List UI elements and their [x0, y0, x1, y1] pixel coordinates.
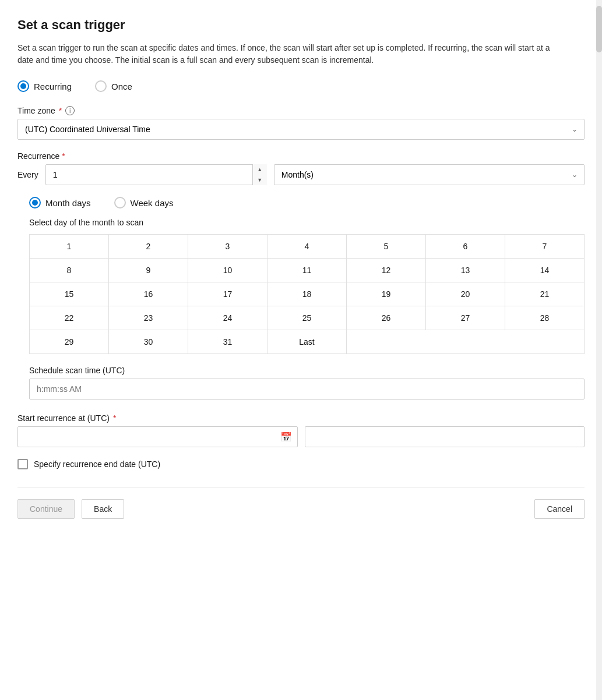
timezone-required: * — [59, 106, 62, 115]
recurrence-label: Recurrence — [17, 151, 59, 161]
calendar-day[interactable]: 29 — [30, 330, 109, 354]
schedule-time-wrapper — [29, 379, 585, 400]
month-days-option[interactable]: Month days — [29, 197, 91, 208]
every-input[interactable] — [45, 164, 267, 185]
start-recurrence-row: 2021-06-30 📅 9:33:00 PM — [17, 426, 585, 447]
calendar-day[interactable]: 31 — [188, 330, 267, 354]
start-date-input[interactable]: 2021-06-30 — [17, 426, 298, 447]
calendar-day[interactable]: 24 — [188, 306, 267, 330]
calendar-day[interactable] — [347, 330, 426, 354]
spin-buttons: ▲ ▼ — [252, 164, 267, 185]
start-recurrence-label: Start recurrence at (UTC) — [17, 413, 110, 423]
start-time-input[interactable]: 9:33:00 PM — [305, 426, 585, 447]
calendar-icon[interactable]: 📅 — [280, 432, 292, 443]
cancel-button[interactable]: Cancel — [534, 499, 585, 519]
page-title: Set a scan trigger — [17, 17, 585, 33]
calendar-day[interactable]: 21 — [505, 282, 585, 306]
calendar-day[interactable]: 27 — [426, 306, 505, 330]
once-radio[interactable] — [95, 80, 107, 92]
footer-buttons: Continue Back Cancel — [17, 487, 585, 519]
spin-up-button[interactable]: ▲ — [253, 164, 267, 175]
calendar-day[interactable]: 23 — [109, 306, 188, 330]
calendar-day[interactable]: 20 — [426, 282, 505, 306]
calendar-day[interactable]: 12 — [347, 259, 426, 282]
calendar-day[interactable]: 2 — [109, 235, 188, 259]
calendar-day[interactable]: 19 — [347, 282, 426, 306]
back-button[interactable]: Back — [82, 499, 124, 519]
timezone-label-row: Time zone * i — [17, 106, 585, 115]
calendar-day[interactable]: 25 — [267, 306, 347, 330]
calendar-day[interactable]: 1 — [30, 235, 109, 259]
calendar-day[interactable]: 9 — [109, 259, 188, 282]
calendar-day[interactable]: 11 — [267, 259, 347, 282]
calendar-day[interactable]: 14 — [505, 259, 585, 282]
calendar-day[interactable]: 17 — [188, 282, 267, 306]
calendar-day[interactable]: 3 — [188, 235, 267, 259]
scrollbar-thumb — [596, 6, 602, 52]
time-field-wrapper: 9:33:00 PM — [305, 426, 585, 447]
month-days-label: Month days — [45, 198, 91, 208]
timezone-select[interactable]: (UTC) Coordinated Universal Time — [17, 119, 585, 140]
start-recurrence-label-row: Start recurrence at (UTC) * — [17, 413, 585, 423]
recurrence-required: * — [62, 151, 65, 161]
day-type-group: Month days Week days — [29, 197, 585, 208]
date-field-wrapper: 2021-06-30 📅 — [17, 426, 298, 447]
week-days-option[interactable]: Week days — [114, 197, 174, 208]
once-label: Once — [111, 82, 132, 91]
recurring-option[interactable]: Recurring — [17, 80, 72, 92]
calendar-day[interactable]: 7 — [505, 235, 585, 259]
calendar-day[interactable]: 5 — [347, 235, 426, 259]
timezone-dropdown-wrapper: (UTC) Coordinated Universal Time ⌄ — [17, 119, 585, 140]
trigger-type-group: Recurring Once — [17, 80, 585, 92]
page-description: Set a scan trigger to run the scan at sp… — [17, 42, 565, 66]
period-select[interactable]: Month(s) Day(s) Week(s) Year(s) — [274, 164, 585, 185]
recurring-radio[interactable] — [17, 80, 29, 92]
calendar-day[interactable]: 18 — [267, 282, 347, 306]
calendar-day[interactable]: Last — [267, 330, 347, 354]
spin-down-button[interactable]: ▼ — [253, 175, 267, 185]
week-days-radio[interactable] — [114, 197, 126, 208]
timezone-info-icon[interactable]: i — [65, 106, 75, 115]
calendar-day[interactable] — [505, 330, 585, 354]
continue-button[interactable]: Continue — [17, 499, 75, 519]
calendar-day[interactable]: 15 — [30, 282, 109, 306]
calendar-day[interactable]: 28 — [505, 306, 585, 330]
calendar-day[interactable]: 30 — [109, 330, 188, 354]
start-recurrence-required: * — [113, 413, 116, 423]
calendar-day[interactable]: 26 — [347, 306, 426, 330]
calendar-day[interactable]: 22 — [30, 306, 109, 330]
schedule-time-label: Schedule scan time (UTC) — [29, 366, 585, 375]
calendar-day[interactable]: 4 — [267, 235, 347, 259]
every-label: Every — [17, 170, 38, 179]
calendar-day[interactable]: 16 — [109, 282, 188, 306]
recurrence-label-row: Recurrence * — [17, 151, 585, 161]
schedule-time-input[interactable] — [29, 379, 585, 400]
calendar-day[interactable]: 13 — [426, 259, 505, 282]
select-day-label: Select day of the month to scan — [29, 218, 585, 227]
once-option[interactable]: Once — [95, 80, 132, 92]
period-dropdown-wrapper: Month(s) Day(s) Week(s) Year(s) ⌄ — [274, 164, 585, 185]
end-date-label: Specify recurrence end date (UTC) — [34, 459, 160, 469]
end-date-checkbox[interactable] — [17, 459, 28, 469]
calendar-day[interactable] — [426, 330, 505, 354]
calendar-day[interactable]: 8 — [30, 259, 109, 282]
timezone-label: Time zone — [17, 106, 55, 115]
every-input-wrapper: ▲ ▼ — [45, 164, 267, 185]
calendar-day[interactable]: 10 — [188, 259, 267, 282]
scrollbar[interactable] — [596, 0, 602, 700]
week-days-label: Week days — [131, 198, 174, 208]
every-row: Every ▲ ▼ Month(s) Day(s) Week(s) Year(s… — [17, 164, 585, 185]
calendar-day[interactable]: 6 — [426, 235, 505, 259]
end-date-row: Specify recurrence end date (UTC) — [17, 459, 585, 469]
month-days-radio[interactable] — [29, 197, 41, 208]
calendar-grid: 1234567891011121314151617181920212223242… — [29, 234, 585, 354]
recurring-label: Recurring — [34, 82, 72, 91]
schedule-time-text: Schedule scan time (UTC) — [29, 366, 125, 375]
